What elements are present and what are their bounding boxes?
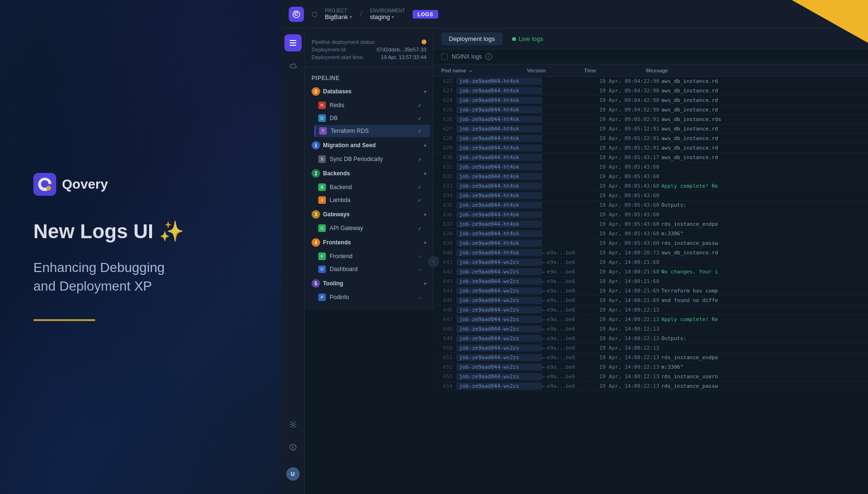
group-header-gateways[interactable]: 3 Gateways ▾ [305,207,433,222]
user-avatar[interactable]: U [284,465,302,483]
log-time: 19 Apr, 14:00:21:68 [599,278,661,284]
log-pod: job-ze9aad044-ht4sk [456,202,542,209]
log-message: m:3306" [661,231,864,237]
log-row[interactable]: 640 job-ze9aad044-ht4sk ⟵e9a...be6 19 Ap… [434,248,868,258]
log-pod: job-ze9aad044-ht4sk [456,87,542,94]
pipeline-group-databases: 0 Databases ▾ R Redis ✓ D DB ✓ [305,84,433,137]
sidebar-cloud-icon[interactable] [284,57,302,74]
log-row[interactable]: 637 job-ze9aad044-ht4sk 19 Apr, 09:05:43… [434,220,868,229]
log-pod: job-ze9aad044-wv2zs [456,325,542,333]
yellow-divider [33,319,95,321]
group-header-tooling[interactable]: 5 Tooling ▾ [305,276,433,291]
log-row[interactable]: 644 job-ze9aad044-wv2zs ⟵e9a...be6 19 Ap… [434,286,868,296]
project-chevron[interactable]: ▾ [350,14,352,20]
log-row[interactable]: 632 job-ze9aad044-ht4sk 19 Apr, 09:05:43… [434,172,868,181]
log-row[interactable]: 652 job-ze9aad044-wv2zs ⟵e9a...be6 19 Ap… [434,363,868,372]
log-row[interactable]: 651 job-ze9aad044-wv2zs ⟵e9a...be6 19 Ap… [434,353,868,363]
pipeline-item-sync-db[interactable]: S Sync DB Periodically ✓ [314,153,430,165]
log-message: aws_db_instance.rd [661,107,864,113]
pipeline-item-lambda[interactable]: λ Lambda ✓ [314,194,430,206]
log-time: 19 Apr, 14:00:22:13 [599,354,661,361]
log-number: 629 [437,145,456,151]
env-chevron[interactable]: ▾ [392,14,394,20]
group-header-migration[interactable]: 1 Migration and Seed ▾ [305,138,433,152]
tab-live-logs[interactable]: Live logs [505,32,551,45]
log-row[interactable]: 638 job-ze9aad044-ht4sk 19 Apr, 09:05:43… [434,229,868,239]
log-row[interactable]: 647 job-ze9aad044-wv2zs ⟵e9a...be6 19 Ap… [434,315,868,324]
log-row[interactable]: 650 job-ze9aad044-wv2zs ⟵e9a...be6 19 Ap… [434,343,868,353]
sidebar-bottom: U [284,416,302,488]
group-header-backends[interactable]: 2 Backends ▾ [305,166,433,181]
sidebar-settings-icon[interactable] [284,416,302,433]
tooling-items: P Podinfo ○ [305,291,433,303]
pipeline-item-podinfo[interactable]: P Podinfo ○ [314,291,430,303]
log-message: aws_db_instance.rds [661,116,864,122]
nginx-checkbox[interactable] [441,53,448,60]
group-header-frontends[interactable]: 4 Frontends ▾ [305,235,433,250]
status-label: Pipeline deployment status: [312,39,376,45]
log-number: 650 [437,345,456,351]
log-row[interactable]: 625 job-ze9aad044-ht4sk 19 Apr, 09:04:52… [434,105,868,115]
log-number: 626 [437,116,456,122]
log-row[interactable]: 622 job-ze9aad044-ht4sk 19 Apr, 09:04:22… [434,77,868,86]
log-row[interactable]: 628 job-ze9aad044-ht4sk 19 Apr, 09:05:22… [434,134,868,143]
pipeline-item-db[interactable]: D DB ✓ [314,112,430,124]
log-row[interactable]: 627 job-ze9aad044-ht4sk 19 Apr, 09:05:12… [434,124,868,134]
group-header-databases[interactable]: 0 Databases ▾ [305,84,433,99]
log-number: 642 [437,269,456,275]
deployment-time-label: Deployment start time: [312,54,364,60]
log-row[interactable]: 649 job-ze9aad044-wv2zs ⟵e9a...be6 19 Ap… [434,334,868,343]
log-row[interactable]: 646 job-ze9aad044-wv2zs ⟵e9a...be6 19 Ap… [434,305,868,315]
log-time: 19 Apr, 09:05:32:91 [599,145,661,151]
pipeline-item-terraform-rds[interactable]: T Terraform RDS ✓ [314,125,430,137]
app-icon[interactable] [289,7,304,22]
log-row[interactable]: 631 job-ze9aad044-ht4sk 19 Apr, 09:05:43… [434,162,868,172]
log-row[interactable]: 629 job-ze9aad044-ht4sk 19 Apr, 09:05:32… [434,143,868,153]
log-row[interactable]: 642 job-ze9aad044-wv2zs ⟵e9a...be6 19 Ap… [434,267,868,277]
pipeline-item-backend[interactable]: B Backend ✓ [314,181,430,193]
log-row[interactable]: 635 job-ze9aad044-ht4sk 19 Apr, 09:05:43… [434,201,868,210]
log-row[interactable]: 648 job-ze9aad044-wv2zs ⟵e9a...be6 19 Ap… [434,324,868,334]
pipeline-group-tooling: 5 Tooling ▾ P Podinfo ○ [305,276,433,303]
log-time: 19 Apr, 14:00:22:13 [599,364,661,370]
log-row[interactable]: 654 job-ze9aad044-wv2zs ⟵e9a...be6 19 Ap… [434,382,868,391]
log-row[interactable]: 626 job-ze9aad044-ht4sk 19 Apr, 09:05:02… [434,115,868,124]
pipeline-item-redis[interactable]: R Redis ✓ [314,99,430,111]
log-row[interactable]: 630 job-ze9aad044-ht4sk 19 Apr, 09:05:43… [434,153,868,162]
pipeline-item-frontend[interactable]: F Frontend ○ [314,250,430,262]
nginx-info-icon[interactable]: i [485,53,492,60]
log-row[interactable]: 623 job-ze9aad044-ht4sk 19 Apr, 09:04:32… [434,86,868,96]
col-time: Time [584,67,646,73]
pipeline-group-frontends: 4 Frontends ▾ F Frontend ○ D Dashboard [305,235,433,275]
group-badge-databases: 0 [312,87,320,96]
log-pod: job-ze9aad044-ht4sk [456,97,542,104]
log-row[interactable]: 641 job-ze9aad044-wv2zs ⟵e9a...be6 19 Ap… [434,258,868,267]
group-badge-frontends: 4 [312,238,320,247]
log-pod: job-ze9aad044-ht4sk [456,144,542,151]
log-time: 19 Apr, 09:05:43:60 [599,183,661,189]
svg-rect-4 [290,42,296,43]
log-row[interactable]: 636 job-ze9aad044-ht4sk 19 Apr, 09:05:43… [434,210,868,220]
pipeline-group-backends: 2 Backends ▾ B Backend ✓ λ Lambda [305,166,433,206]
log-number: 639 [437,240,456,246]
log-row[interactable]: 645 job-ze9aad044-wv2zs ⟵e9a...be6 19 Ap… [434,296,868,305]
log-message: aws_db_instance.rd [661,88,864,94]
log-row[interactable]: 624 job-ze9aad044-ht4sk 19 Apr, 09:04:42… [434,96,868,105]
log-row[interactable]: 634 job-ze9aad044-ht4sk 19 Apr, 09:05:43… [434,191,868,201]
log-time: 19 Apr, 09:05:43:60 [599,212,661,218]
tab-deployment-logs[interactable]: Deployment logs [441,32,503,45]
col-pod-name[interactable]: Pod name ⌄ [441,67,527,73]
log-row[interactable]: 639 job-ze9aad044-ht4sk 19 Apr, 09:05:43… [434,239,868,248]
sidebar-info-icon[interactable] [284,439,302,456]
log-row[interactable]: 653 job-ze9aad044-wv2zs ⟵e9a...be6 19 Ap… [434,372,868,382]
gateways-chevron: ▾ [424,212,426,217]
pipeline-item-api-gateway[interactable]: G API Gateway ✓ [314,222,430,234]
log-row[interactable]: 643 job-ze9aad044-wv2zs ⟵e9a...be6 19 Ap… [434,277,868,286]
sidebar-pipeline-icon[interactable] [284,34,302,51]
log-pod: job-ze9aad044-wv2zs [456,335,542,342]
breadcrumb-separator: / [360,9,362,19]
pipeline-item-dashboard[interactable]: D Dashboard ○ [314,263,430,275]
log-row[interactable]: 633 job-ze9aad044-ht4sk 19 Apr, 09:05:43… [434,181,868,191]
collapse-panel-button[interactable]: ‹ [428,256,439,267]
log-number: 640 [437,250,456,256]
